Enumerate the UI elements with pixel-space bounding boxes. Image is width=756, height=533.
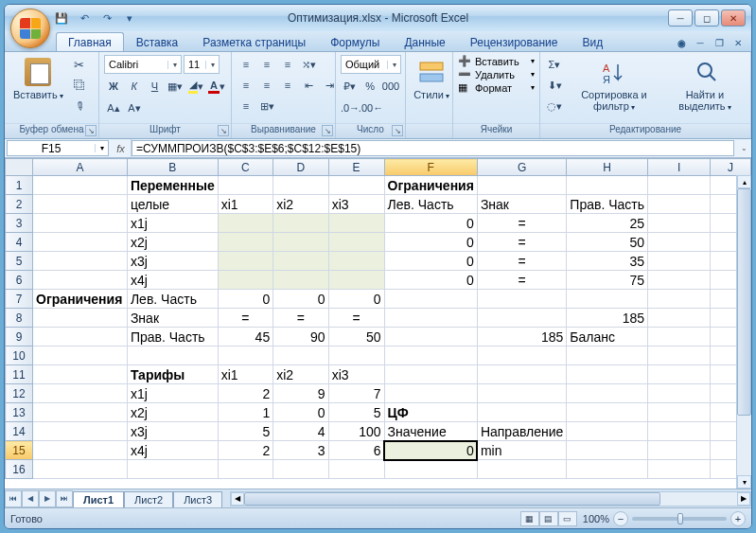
cell-C11[interactable]: xi1 (218, 365, 273, 384)
cell-E12[interactable]: 7 (328, 384, 384, 403)
cell-E14[interactable]: 100 (328, 422, 384, 441)
align-top[interactable]: ≡ (237, 55, 255, 74)
border-button[interactable]: ▦▾ (166, 77, 185, 96)
cell-D9[interactable]: 90 (273, 328, 328, 346)
cell-F16[interactable] (384, 460, 477, 479)
currency-button[interactable]: ₽▾ (341, 77, 360, 96)
cell-F5[interactable]: 0 (384, 252, 477, 271)
cell-D14[interactable]: 4 (273, 422, 328, 441)
row-header-14[interactable]: 14 (6, 422, 33, 441)
cell-B11[interactable]: Тарифы (127, 365, 218, 384)
sheet-tab-Лист2[interactable]: Лист2 (124, 491, 173, 507)
row-header-12[interactable]: 12 (6, 384, 33, 403)
indent-dec[interactable]: ⇤ (299, 76, 318, 95)
tab-Данные[interactable]: Данные (392, 32, 457, 51)
sheet-tab-Лист3[interactable]: Лист3 (173, 491, 222, 507)
col-header-B[interactable]: B (127, 159, 218, 176)
sheet-nav-last[interactable]: ⏭ (56, 490, 73, 507)
cell-C2[interactable]: xi1 (218, 195, 273, 214)
sort-filter-button[interactable]: АЯ Сортировка и фильтр (567, 55, 661, 115)
cell-I7[interactable] (648, 290, 711, 309)
font-launcher[interactable]: ↘ (218, 125, 229, 136)
cell-I3[interactable] (648, 214, 711, 233)
row-header-13[interactable]: 13 (6, 403, 33, 422)
cell-E15[interactable]: 6 (328, 441, 384, 460)
cell-F4[interactable]: 0 (384, 233, 477, 252)
doc-close[interactable]: ✕ (730, 36, 746, 49)
cell-H9[interactable]: Баланс (567, 328, 648, 346)
cell-A12[interactable] (33, 384, 128, 403)
formula-expand[interactable]: ⌄ (736, 139, 751, 157)
col-header-J[interactable]: J (711, 159, 751, 176)
cell-E1[interactable] (328, 176, 384, 195)
cell-E10[interactable] (328, 346, 384, 365)
fill-color-button[interactable]: ◢▾ (186, 77, 205, 96)
italic-button[interactable]: К (125, 77, 144, 96)
cell-F10[interactable] (384, 346, 477, 365)
cell-H11[interactable] (567, 365, 648, 384)
cell-D7[interactable]: 0 (273, 290, 328, 309)
cell-E2[interactable]: xi3 (328, 195, 384, 214)
cell-E11[interactable]: xi3 (328, 365, 384, 384)
cell-G1[interactable] (477, 176, 566, 195)
cell-G9[interactable]: 185 (477, 328, 566, 346)
tab-Главная[interactable]: Главная (56, 32, 124, 51)
cell-I2[interactable] (648, 195, 711, 214)
cells-delete-button[interactable]: ➖Удалить▾ (458, 68, 535, 80)
cell-B10[interactable] (127, 346, 218, 365)
col-header-D[interactable]: D (273, 159, 328, 176)
cell-D8[interactable]: = (273, 309, 328, 328)
cell-B6[interactable]: x4j (127, 271, 218, 290)
tab-Вид[interactable]: Вид (570, 32, 615, 51)
undo-button[interactable]: ↶ (75, 9, 94, 27)
cell-I12[interactable] (648, 384, 711, 403)
cell-C8[interactable]: = (218, 309, 273, 328)
styles-button[interactable]: Стили (411, 55, 452, 103)
cell-D11[interactable]: xi2 (273, 365, 328, 384)
cell-H14[interactable] (567, 422, 648, 441)
font-color-button[interactable]: A▾ (207, 77, 226, 96)
cell-E9[interactable]: 50 (328, 328, 384, 346)
align-middle[interactable]: ≡ (257, 55, 276, 74)
cell-C15[interactable]: 2 (218, 441, 273, 460)
underline-button[interactable]: Ч (146, 77, 165, 96)
sheet-nav-prev[interactable]: ◀ (22, 490, 39, 507)
cell-D1[interactable] (273, 176, 328, 195)
col-header-G[interactable]: G (477, 159, 566, 176)
row-header-4[interactable]: 4 (6, 233, 33, 252)
cell-H5[interactable]: 35 (567, 252, 648, 271)
cell-D16[interactable] (273, 460, 328, 479)
cell-A1[interactable] (33, 176, 128, 195)
cell-G3[interactable]: = (477, 214, 566, 233)
cell-I11[interactable] (648, 365, 711, 384)
cell-H8[interactable]: 185 (567, 309, 648, 328)
cell-C5[interactable] (218, 252, 273, 271)
font-size-combo[interactable]: 11▾ (184, 55, 220, 74)
cell-A14[interactable] (33, 422, 128, 441)
cell-A9[interactable] (33, 328, 128, 346)
row-header-8[interactable]: 8 (6, 309, 33, 328)
cell-H1[interactable] (567, 176, 648, 195)
cell-F1[interactable]: Ограничения (384, 176, 477, 195)
cell-E5[interactable] (328, 252, 384, 271)
row-header-15[interactable]: 15 (6, 441, 33, 460)
cell-H3[interactable]: 25 (567, 214, 648, 233)
font-name-combo[interactable]: Calibri▾ (104, 55, 182, 74)
format-painter-button[interactable] (70, 97, 89, 115)
zoom-value[interactable]: 100% (583, 513, 609, 524)
cell-G16[interactable] (477, 460, 566, 479)
inc-decimal[interactable]: .0→ (341, 98, 360, 117)
cells-format-button[interactable]: ▦Формат▾ (458, 81, 535, 94)
cell-A11[interactable] (33, 365, 128, 384)
doc-minimize[interactable]: ─ (693, 36, 708, 49)
minimize-button[interactable]: ─ (668, 9, 693, 27)
cell-B9[interactable]: Прав. Часть (127, 328, 218, 346)
number-launcher[interactable]: ↘ (392, 125, 403, 136)
shrink-font-button[interactable]: A▾ (125, 98, 144, 117)
sheet-tab-Лист1[interactable]: Лист1 (73, 491, 124, 507)
cell-G4[interactable]: = (477, 233, 566, 252)
cell-B7[interactable]: Лев. Часть (127, 290, 218, 309)
find-select-button[interactable]: Найти и выделить (664, 55, 746, 115)
copy-button[interactable] (70, 76, 89, 95)
cell-A16[interactable] (33, 460, 128, 479)
